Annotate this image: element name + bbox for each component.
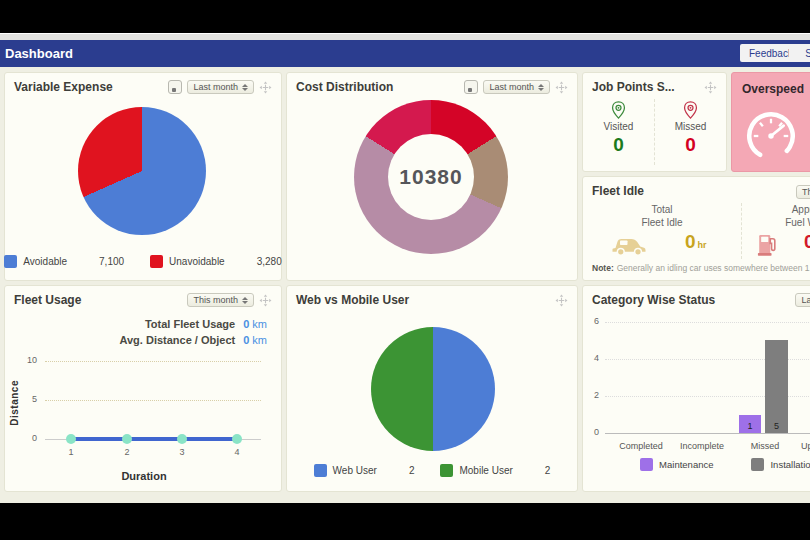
data-point (177, 434, 187, 444)
panel-category-wise-status: Category Wise Status Last month 6 4 2 0 … (582, 285, 810, 492)
move-icon[interactable] (555, 294, 568, 307)
bar-value: 1 (739, 421, 761, 431)
approx-label-line1: Approx (792, 204, 810, 215)
panel-overspeed: Overspeed (731, 72, 810, 172)
panel-cost-distribution: Cost Distribution Last month 10380 (286, 72, 578, 281)
legend-item-installation[interactable]: Installation (751, 458, 810, 471)
y-tick: 4 (585, 353, 599, 363)
panel-title: Job Points S... (592, 80, 704, 94)
legend-label: Avoidable (23, 256, 67, 267)
legend-label: Unavoidable (169, 256, 225, 267)
legend-value: 3,280 (257, 256, 282, 267)
speedometer-icon (742, 107, 800, 165)
dropdown-value: This month (802, 187, 810, 197)
category-label: Incomplete (670, 441, 734, 451)
legend-item-maintenance[interactable]: Maintenance (640, 458, 713, 471)
page-title: Dashboard (5, 46, 73, 61)
approx-label-line2: Fuel Wast (785, 217, 810, 228)
visited-label: Visited (604, 121, 634, 132)
data-point (232, 434, 242, 444)
panel-header: Fleet Usage This month (5, 286, 281, 311)
donut-center-value: 10380 (388, 134, 474, 220)
legend-label: Maintenance (659, 459, 713, 470)
missed-value: 0 (685, 134, 696, 156)
fleet-usage-line-chart: 10 5 0 Distance 1 2 3 4 Duration (5, 344, 283, 489)
export-icon[interactable] (464, 80, 478, 94)
y-axis-label: Distance (9, 380, 20, 426)
total-fleet-idle-stat: TotalFleet Idle 0hr (583, 203, 742, 259)
screen: Dashboard Feedback Switch Variable Expen… (0, 0, 810, 540)
switch-button[interactable]: Switch (789, 44, 810, 62)
x-tick: 1 (61, 447, 81, 457)
period-dropdown[interactable]: Last month (187, 80, 254, 94)
panel-title: Cost Distribution (296, 80, 464, 94)
missed-label: Missed (675, 121, 707, 132)
dropdown-value: This month (193, 295, 238, 305)
installation-bar-missed: 5 (765, 340, 788, 433)
panel-fleet-usage: Fleet Usage This month Total Fleet Usage… (4, 285, 282, 492)
gridline (605, 322, 810, 323)
panel-header: Fleet Idle (583, 177, 810, 202)
panel-title: Variable Expense (14, 80, 168, 94)
web-mobile-legend: Web User2 Mobile User2 (287, 464, 577, 477)
maintenance-bar-missed: 1 (739, 415, 761, 433)
move-icon[interactable] (555, 81, 568, 94)
move-icon[interactable] (259, 294, 272, 307)
category-label: Upcoming (801, 441, 810, 451)
export-icon[interactable] (168, 80, 182, 94)
legend-item-mobile-user[interactable]: Mobile User2 (440, 464, 550, 477)
period-dropdown[interactable]: Last month (795, 293, 810, 307)
x-tick: 2 (117, 447, 137, 457)
approx-fuel-wastage-value: 0 (804, 231, 810, 253)
move-icon[interactable] (704, 81, 717, 94)
x-axis-line (605, 433, 810, 434)
period-dropdown[interactable]: This month (187, 293, 254, 307)
panel-job-points: Job Points S... Visited 0 Missed 0 (582, 72, 727, 172)
bar-value: 5 (765, 421, 788, 431)
legend-swatch (440, 464, 453, 477)
fleet-idle-note: Note:Generally an idling car uses somewh… (592, 263, 810, 273)
cost-distribution-donut-chart: 10380 (354, 100, 508, 254)
data-point (122, 434, 132, 444)
legend-item-web-user[interactable]: Web User2 (314, 464, 415, 477)
total-label-line1: Total (651, 204, 672, 215)
legend-item-avoidable[interactable]: Avoidable7,100 (4, 255, 124, 268)
legend-item-unavoidable[interactable]: Unavoidable3,280 (150, 255, 282, 268)
panel-header: Cost Distribution Last month (287, 73, 577, 98)
move-icon[interactable] (259, 81, 272, 94)
y-tick: 10 (17, 355, 37, 365)
data-line (67, 437, 237, 441)
dropdown-value: Last month (801, 295, 810, 305)
note-label: Note: (592, 263, 614, 273)
category-label: Completed (609, 441, 673, 451)
y-tick: 2 (585, 390, 599, 400)
panel-title: Web vs Mobile User (296, 293, 555, 307)
y-tick: 6 (585, 316, 599, 326)
gridline (45, 361, 261, 362)
legend-label: Installation (770, 459, 810, 470)
legend-value: 2 (545, 465, 551, 476)
web-mobile-pie-chart (371, 327, 495, 451)
dropdown-arrows-icon (538, 84, 544, 91)
legend-value: 2 (409, 465, 415, 476)
panel-header: Variable Expense Last month (5, 73, 281, 98)
total-fleet-idle-unit: hr (698, 240, 707, 250)
fleet-idle-body: TotalFleet Idle 0hr ApproxFuel Wast (583, 203, 810, 259)
legend-label: Web User (333, 465, 377, 476)
period-dropdown[interactable]: This month (796, 185, 810, 199)
dropdown-value: Last month (489, 82, 534, 92)
visited-value: 0 (613, 134, 624, 156)
category-status-legend: Maintenance Installation (583, 458, 810, 471)
stat-value: 0 (243, 318, 249, 330)
period-dropdown[interactable]: Last month (483, 80, 550, 94)
category-status-bar-chart: 6 4 2 0 1 5 Completed Incomplete Missed … (583, 311, 810, 461)
app-header: Dashboard Feedback Switch (0, 40, 810, 67)
panel-header: Category Wise Status Last month (583, 286, 810, 311)
legend-value: 7,100 (99, 256, 124, 267)
legend-swatch (150, 255, 163, 268)
dropdown-value: Last month (193, 82, 238, 92)
stat-label: Total Fleet Usage (145, 318, 235, 330)
x-tick: 4 (227, 447, 247, 457)
legend-swatch (4, 255, 17, 268)
y-tick: 0 (17, 433, 37, 443)
